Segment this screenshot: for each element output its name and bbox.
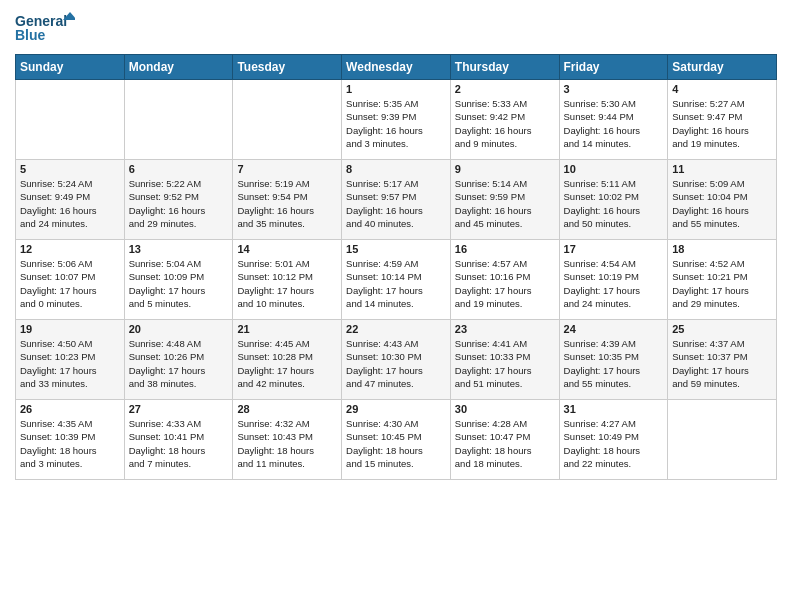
day-cell: 16Sunrise: 4:57 AM Sunset: 10:16 PM Dayl… — [450, 240, 559, 320]
svg-text:Blue: Blue — [15, 27, 46, 43]
day-info: Sunrise: 4:28 AM Sunset: 10:47 PM Daylig… — [455, 417, 555, 470]
day-number: 18 — [672, 243, 772, 255]
day-cell: 23Sunrise: 4:41 AM Sunset: 10:33 PM Dayl… — [450, 320, 559, 400]
day-number: 17 — [564, 243, 664, 255]
day-cell: 14Sunrise: 5:01 AM Sunset: 10:12 PM Dayl… — [233, 240, 342, 320]
day-cell: 10Sunrise: 5:11 AM Sunset: 10:02 PM Dayl… — [559, 160, 668, 240]
day-number: 8 — [346, 163, 446, 175]
day-cell: 21Sunrise: 4:45 AM Sunset: 10:28 PM Dayl… — [233, 320, 342, 400]
day-info: Sunrise: 5:11 AM Sunset: 10:02 PM Daylig… — [564, 177, 664, 230]
col-header-wednesday: Wednesday — [342, 55, 451, 80]
day-info: Sunrise: 5:01 AM Sunset: 10:12 PM Daylig… — [237, 257, 337, 310]
day-info: Sunrise: 4:59 AM Sunset: 10:14 PM Daylig… — [346, 257, 446, 310]
week-row-5: 26Sunrise: 4:35 AM Sunset: 10:39 PM Dayl… — [16, 400, 777, 480]
day-cell: 15Sunrise: 4:59 AM Sunset: 10:14 PM Dayl… — [342, 240, 451, 320]
day-number: 9 — [455, 163, 555, 175]
day-cell — [16, 80, 125, 160]
day-cell: 27Sunrise: 4:33 AM Sunset: 10:41 PM Dayl… — [124, 400, 233, 480]
day-info: Sunrise: 5:04 AM Sunset: 10:09 PM Daylig… — [129, 257, 229, 310]
day-info: Sunrise: 5:35 AM Sunset: 9:39 PM Dayligh… — [346, 97, 446, 150]
day-info: Sunrise: 4:54 AM Sunset: 10:19 PM Daylig… — [564, 257, 664, 310]
day-cell — [668, 400, 777, 480]
day-number: 21 — [237, 323, 337, 335]
col-header-tuesday: Tuesday — [233, 55, 342, 80]
day-info: Sunrise: 5:24 AM Sunset: 9:49 PM Dayligh… — [20, 177, 120, 230]
day-cell: 1Sunrise: 5:35 AM Sunset: 9:39 PM Daylig… — [342, 80, 451, 160]
day-cell: 9Sunrise: 5:14 AM Sunset: 9:59 PM Daylig… — [450, 160, 559, 240]
day-cell: 28Sunrise: 4:32 AM Sunset: 10:43 PM Dayl… — [233, 400, 342, 480]
logo-svg: General Blue — [15, 10, 75, 46]
day-info: Sunrise: 5:14 AM Sunset: 9:59 PM Dayligh… — [455, 177, 555, 230]
day-info: Sunrise: 4:32 AM Sunset: 10:43 PM Daylig… — [237, 417, 337, 470]
day-number: 16 — [455, 243, 555, 255]
day-number: 7 — [237, 163, 337, 175]
day-number: 20 — [129, 323, 229, 335]
day-cell: 6Sunrise: 5:22 AM Sunset: 9:52 PM Daylig… — [124, 160, 233, 240]
day-info: Sunrise: 4:27 AM Sunset: 10:49 PM Daylig… — [564, 417, 664, 470]
day-cell: 2Sunrise: 5:33 AM Sunset: 9:42 PM Daylig… — [450, 80, 559, 160]
day-number: 30 — [455, 403, 555, 415]
day-info: Sunrise: 5:22 AM Sunset: 9:52 PM Dayligh… — [129, 177, 229, 230]
day-number: 29 — [346, 403, 446, 415]
day-info: Sunrise: 4:39 AM Sunset: 10:35 PM Daylig… — [564, 337, 664, 390]
day-cell: 18Sunrise: 4:52 AM Sunset: 10:21 PM Dayl… — [668, 240, 777, 320]
day-cell: 31Sunrise: 4:27 AM Sunset: 10:49 PM Dayl… — [559, 400, 668, 480]
day-cell: 25Sunrise: 4:37 AM Sunset: 10:37 PM Dayl… — [668, 320, 777, 400]
calendar-page: General Blue SundayMondayTuesdayWednesda… — [0, 0, 792, 612]
day-number: 6 — [129, 163, 229, 175]
day-info: Sunrise: 4:50 AM Sunset: 10:23 PM Daylig… — [20, 337, 120, 390]
day-cell: 13Sunrise: 5:04 AM Sunset: 10:09 PM Dayl… — [124, 240, 233, 320]
day-cell: 30Sunrise: 4:28 AM Sunset: 10:47 PM Dayl… — [450, 400, 559, 480]
day-number: 25 — [672, 323, 772, 335]
day-cell — [124, 80, 233, 160]
day-number: 28 — [237, 403, 337, 415]
day-info: Sunrise: 5:09 AM Sunset: 10:04 PM Daylig… — [672, 177, 772, 230]
day-cell: 8Sunrise: 5:17 AM Sunset: 9:57 PM Daylig… — [342, 160, 451, 240]
day-info: Sunrise: 5:30 AM Sunset: 9:44 PM Dayligh… — [564, 97, 664, 150]
day-cell: 29Sunrise: 4:30 AM Sunset: 10:45 PM Dayl… — [342, 400, 451, 480]
week-row-1: 1Sunrise: 5:35 AM Sunset: 9:39 PM Daylig… — [16, 80, 777, 160]
day-cell: 4Sunrise: 5:27 AM Sunset: 9:47 PM Daylig… — [668, 80, 777, 160]
col-header-friday: Friday — [559, 55, 668, 80]
day-info: Sunrise: 4:30 AM Sunset: 10:45 PM Daylig… — [346, 417, 446, 470]
day-info: Sunrise: 4:57 AM Sunset: 10:16 PM Daylig… — [455, 257, 555, 310]
day-number: 14 — [237, 243, 337, 255]
day-info: Sunrise: 5:33 AM Sunset: 9:42 PM Dayligh… — [455, 97, 555, 150]
day-number: 4 — [672, 83, 772, 95]
day-number: 27 — [129, 403, 229, 415]
day-number: 1 — [346, 83, 446, 95]
day-info: Sunrise: 4:37 AM Sunset: 10:37 PM Daylig… — [672, 337, 772, 390]
day-info: Sunrise: 4:41 AM Sunset: 10:33 PM Daylig… — [455, 337, 555, 390]
day-cell: 11Sunrise: 5:09 AM Sunset: 10:04 PM Dayl… — [668, 160, 777, 240]
day-number: 31 — [564, 403, 664, 415]
day-info: Sunrise: 4:52 AM Sunset: 10:21 PM Daylig… — [672, 257, 772, 310]
header-row: SundayMondayTuesdayWednesdayThursdayFrid… — [16, 55, 777, 80]
day-number: 19 — [20, 323, 120, 335]
col-header-saturday: Saturday — [668, 55, 777, 80]
logo: General Blue — [15, 10, 75, 46]
day-cell: 7Sunrise: 5:19 AM Sunset: 9:54 PM Daylig… — [233, 160, 342, 240]
day-info: Sunrise: 5:06 AM Sunset: 10:07 PM Daylig… — [20, 257, 120, 310]
day-number: 5 — [20, 163, 120, 175]
day-number: 26 — [20, 403, 120, 415]
day-cell — [233, 80, 342, 160]
day-cell: 17Sunrise: 4:54 AM Sunset: 10:19 PM Dayl… — [559, 240, 668, 320]
day-cell: 12Sunrise: 5:06 AM Sunset: 10:07 PM Dayl… — [16, 240, 125, 320]
day-cell: 20Sunrise: 4:48 AM Sunset: 10:26 PM Dayl… — [124, 320, 233, 400]
day-info: Sunrise: 4:33 AM Sunset: 10:41 PM Daylig… — [129, 417, 229, 470]
header: General Blue — [15, 10, 777, 46]
day-info: Sunrise: 5:19 AM Sunset: 9:54 PM Dayligh… — [237, 177, 337, 230]
col-header-monday: Monday — [124, 55, 233, 80]
day-info: Sunrise: 4:45 AM Sunset: 10:28 PM Daylig… — [237, 337, 337, 390]
day-number: 15 — [346, 243, 446, 255]
col-header-sunday: Sunday — [16, 55, 125, 80]
day-cell: 5Sunrise: 5:24 AM Sunset: 9:49 PM Daylig… — [16, 160, 125, 240]
day-number: 12 — [20, 243, 120, 255]
day-cell: 19Sunrise: 4:50 AM Sunset: 10:23 PM Dayl… — [16, 320, 125, 400]
day-number: 3 — [564, 83, 664, 95]
day-cell: 26Sunrise: 4:35 AM Sunset: 10:39 PM Dayl… — [16, 400, 125, 480]
week-row-3: 12Sunrise: 5:06 AM Sunset: 10:07 PM Dayl… — [16, 240, 777, 320]
week-row-2: 5Sunrise: 5:24 AM Sunset: 9:49 PM Daylig… — [16, 160, 777, 240]
day-number: 11 — [672, 163, 772, 175]
day-info: Sunrise: 4:48 AM Sunset: 10:26 PM Daylig… — [129, 337, 229, 390]
